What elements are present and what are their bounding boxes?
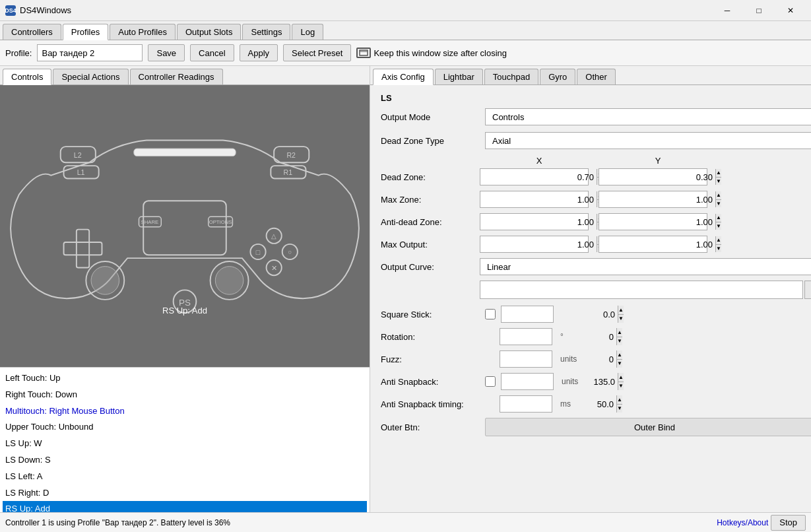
tab-controls[interactable]: Controls [3, 69, 51, 85]
max-zone-y-up[interactable]: ▲ [716, 191, 721, 199]
dead-zone-row: Dead Zone: ▲ ▼ ▲ ▼ [381, 168, 811, 185]
dead-zone-y-spinbox: ▲ ▼ [599, 168, 707, 185]
anti-snapback-unit: units [562, 377, 578, 386]
tab-lightbar[interactable]: Lightbar [435, 69, 483, 84]
cancel-button[interactable]: Cancel [190, 44, 234, 61]
svg-text:SHARE: SHARE [141, 218, 159, 224]
anti-dead-zone-x-spinbox: ▲ ▼ [480, 213, 589, 230]
dead-zone-y-up[interactable]: ▲ [716, 169, 721, 177]
max-zone-x-input[interactable] [480, 191, 597, 207]
tab-output-slots[interactable]: Output Slots [177, 24, 242, 40]
left-panel: Controls Special Actions Controller Read… [0, 66, 370, 512]
tab-special-actions[interactable]: Special Actions [53, 69, 128, 84]
list-item[interactable]: Multitouch: Right Mouse Button [3, 403, 367, 420]
rotation-up[interactable]: ▲ [617, 328, 622, 337]
tab-log[interactable]: Log [292, 24, 323, 40]
max-output-y-up[interactable]: ▲ [716, 236, 721, 244]
max-output-y-down[interactable]: ▼ [716, 244, 721, 253]
list-item[interactable]: LS Right: D [3, 485, 367, 502]
dead-zone-x-input[interactable] [480, 169, 597, 185]
list-item[interactable]: Left Touch: Up [3, 370, 367, 387]
tab-touchpad[interactable]: Touchpad [484, 69, 538, 84]
binding-list[interactable]: Left Touch: Up Right Touch: Down Multito… [0, 367, 370, 512]
max-output-y-input[interactable] [599, 236, 715, 252]
tab-profiles[interactable]: Profiles [63, 24, 108, 40]
list-item[interactable]: LS Down: S [3, 452, 367, 469]
anti-dead-zone-row: Anti-dead Zone: ▲ ▼ ▲ ▼ [381, 213, 811, 230]
fuzz-spinbox: ▲ ▼ [500, 350, 552, 368]
square-stick-input[interactable] [502, 310, 618, 319]
curve-preview-row: ... [381, 281, 811, 299]
anti-dead-zone-label: Anti-dead Zone: [381, 217, 480, 227]
maximize-button[interactable]: □ [744, 3, 774, 18]
tab-axis-config[interactable]: Axis Config [373, 69, 434, 85]
output-curve-select[interactable]: Linear [480, 258, 811, 275]
svg-text:□: □ [256, 248, 261, 256]
list-item[interactable]: Upper Touch: Unbound [3, 419, 367, 436]
fuzz-input[interactable] [500, 354, 616, 364]
rotation-input[interactable] [500, 332, 616, 342]
rotation-down[interactable]: ▼ [617, 337, 622, 346]
max-output-x-input[interactable] [480, 236, 597, 252]
output-mode-select[interactable]: Controls [485, 108, 811, 125]
close-button[interactable]: ✕ [775, 3, 806, 18]
controller-area: L2 R2 L1 R1 [0, 85, 370, 367]
square-stick-down[interactable]: ▼ [618, 314, 624, 323]
anti-snapback-timing-up[interactable]: ▲ [617, 395, 622, 404]
stop-button[interactable]: Stop [771, 515, 806, 531]
anti-dead-zone-x-input[interactable] [480, 214, 597, 230]
title-bar-left: DS4 DS4Windows [5, 5, 71, 16]
anti-snapback-down[interactable]: ▼ [618, 382, 624, 391]
square-stick-spinbox: ▲ ▼ [501, 306, 554, 323]
status-bar: Controller 1 is using Profile "Вар танде… [0, 512, 811, 532]
anti-snapback-timing-unit: ms [560, 399, 571, 409]
fuzz-up[interactable]: ▲ [617, 350, 622, 359]
fuzz-down[interactable]: ▼ [617, 359, 622, 368]
save-button[interactable]: Save [148, 44, 185, 61]
max-zone-y-input[interactable] [599, 191, 715, 207]
minimize-button[interactable]: ─ [712, 3, 742, 18]
square-stick-checkbox[interactable] [485, 309, 496, 319]
max-zone-y-btns: ▲ ▼ [715, 191, 721, 207]
keep-window-label[interactable]: Keep this window size after closing [356, 48, 507, 58]
tab-controller-readings[interactable]: Controller Readings [130, 69, 223, 84]
apply-button[interactable]: Apply [240, 44, 278, 61]
outer-btn-row: Outer Btn: Outer Bind [381, 418, 811, 436]
select-preset-button[interactable]: Select Preset [283, 44, 351, 61]
list-item-selected[interactable]: RS Up: Add [3, 501, 367, 512]
dead-zone-y-down[interactable]: ▼ [716, 177, 721, 185]
svg-text:R1: R1 [284, 168, 293, 176]
anti-snapback-checkbox[interactable] [485, 376, 496, 387]
max-zone-y-down[interactable]: ▼ [716, 199, 721, 208]
list-item[interactable]: LS Left: A [3, 469, 367, 485]
anti-snapback-timing-input[interactable] [500, 399, 616, 409]
profile-input[interactable] [37, 44, 143, 61]
list-item[interactable]: Right Touch: Down [3, 387, 367, 403]
tab-other[interactable]: Other [577, 69, 616, 84]
outer-bind-button[interactable]: Outer Bind [485, 418, 811, 436]
anti-dead-zone-y-spinbox: ▲ ▼ [599, 213, 707, 230]
square-stick-label: Square Stick: [381, 310, 480, 319]
list-item[interactable]: LS Up: W [3, 436, 367, 452]
section-title-ls: LS [381, 93, 811, 103]
tab-settings[interactable]: Settings [242, 24, 290, 40]
rotation-btns: ▲ ▼ [616, 328, 622, 345]
tab-gyro[interactable]: Gyro [540, 69, 575, 84]
anti-snapback-timing-down[interactable]: ▼ [617, 404, 622, 413]
curve-preview-btn[interactable]: ... [804, 281, 811, 299]
tab-auto-profiles[interactable]: Auto Profiles [110, 24, 176, 40]
square-stick-up[interactable]: ▲ [618, 306, 624, 314]
anti-dead-zone-y-down[interactable]: ▼ [716, 222, 721, 230]
dead-zone-y-input[interactable] [599, 169, 715, 185]
right-panel: Axis Config Lightbar Touchpad Gyro Other… [370, 66, 811, 512]
anti-dead-zone-y-up[interactable]: ▲ [716, 214, 721, 222]
dead-zone-type-select[interactable]: Axial [485, 132, 811, 149]
anti-dead-zone-y-input[interactable] [599, 214, 715, 230]
hotkeys-about-button[interactable]: Hotkeys/About [717, 518, 768, 527]
tab-controllers[interactable]: Controllers [3, 24, 61, 40]
anti-dead-zone-y-btns: ▲ ▼ [715, 214, 721, 230]
svg-point-32 [91, 266, 119, 294]
anti-snapback-up[interactable]: ▲ [618, 373, 624, 382]
anti-snapback-input[interactable] [502, 377, 618, 387]
main-content: Controls Special Actions Controller Read… [0, 66, 811, 512]
